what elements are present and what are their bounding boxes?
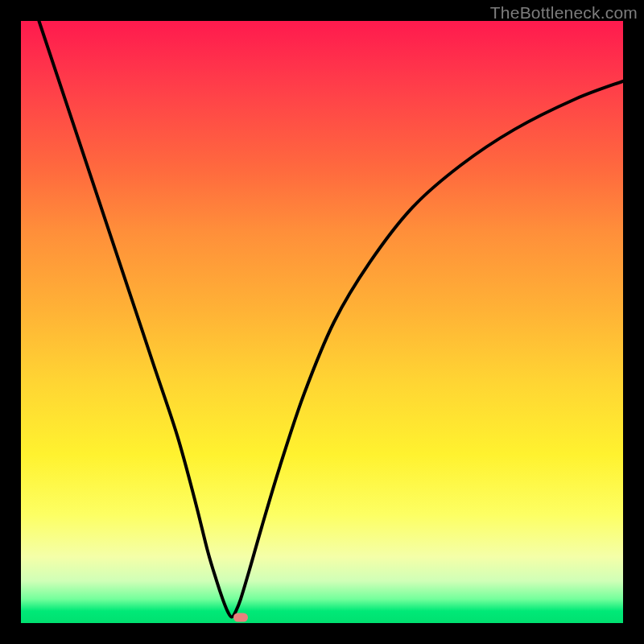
chart-plot-area [21,21,623,623]
watermark-text: TheBottleneck.com [490,3,638,23]
optimal-point-marker [233,613,248,621]
bottleneck-curve [21,21,623,623]
